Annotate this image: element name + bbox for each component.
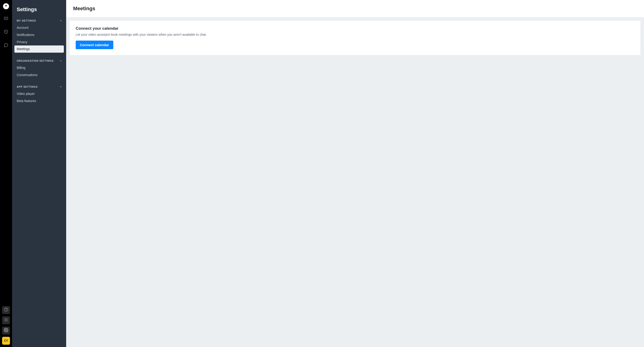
app-rail: CY xyxy=(0,0,12,347)
nav-item-label: Billing xyxy=(17,66,25,70)
section-label: MY SETTINGS xyxy=(17,19,36,22)
nav-item-label: Video player xyxy=(17,92,35,96)
nav-video[interactable] xyxy=(2,15,10,23)
nav-item-video-player[interactable]: Video player xyxy=(14,90,64,97)
svg-rect-8 xyxy=(7,320,8,320)
main-header: Meetings xyxy=(66,0,644,17)
nav-history[interactable] xyxy=(2,28,10,36)
section-label: APP SETTINGS xyxy=(17,85,38,88)
button-label: Connect calendar xyxy=(80,43,109,47)
section-label: ORGANIZATION SETTINGS xyxy=(17,59,54,62)
nav-item-privacy[interactable]: Privacy xyxy=(14,38,64,46)
main-body: Connect your calendar Let your video ass… xyxy=(66,17,644,59)
history-icon xyxy=(4,29,8,35)
svg-rect-9 xyxy=(5,321,5,321)
avatar-initials: CY xyxy=(4,339,8,342)
svg-rect-5 xyxy=(7,319,8,319)
rail-bottom: CY xyxy=(2,306,10,347)
nav-item-label: Account xyxy=(17,26,28,29)
section-items: Video player Beta features xyxy=(12,90,66,105)
nav-item-label: Meetings xyxy=(17,47,30,51)
section-app-settings: APP SETTINGS Video player Beta features xyxy=(12,85,66,105)
page-title: Meetings xyxy=(73,5,637,11)
svg-rect-11 xyxy=(7,321,8,321)
chevron-down-icon xyxy=(59,19,62,22)
section-header-app-settings[interactable]: APP SETTINGS xyxy=(12,85,66,90)
apps-grid-icon xyxy=(4,318,8,323)
nav-item-notifications[interactable]: Notifications xyxy=(14,31,64,38)
nav-help[interactable] xyxy=(2,306,10,314)
connect-calendar-button[interactable]: Connect calendar xyxy=(76,40,113,49)
chat-icon xyxy=(4,43,8,48)
nav-item-label: Conversations xyxy=(17,73,38,77)
settings-sidebar: Settings MY SETTINGS Account Notificatio… xyxy=(12,0,66,347)
nav-chat[interactable] xyxy=(2,42,10,50)
section-items: Account Notifications Privacy Meetings xyxy=(12,24,66,53)
card-title: Connect your calendar xyxy=(76,26,634,31)
section-header-organization-settings[interactable]: ORGANIZATION SETTINGS xyxy=(12,59,66,64)
nav-item-meetings[interactable]: Meetings xyxy=(14,45,64,53)
bolt-icon xyxy=(4,4,8,8)
svg-rect-4 xyxy=(6,319,6,319)
nav-item-billing[interactable]: Billing xyxy=(14,64,64,71)
section-organization-settings: ORGANIZATION SETTINGS Billing Conversati… xyxy=(12,59,66,79)
section-header-my-settings[interactable]: MY SETTINGS xyxy=(12,19,66,24)
sidebar-title: Settings xyxy=(12,6,66,19)
nav-item-beta-features[interactable]: Beta features xyxy=(14,97,64,105)
svg-rect-7 xyxy=(6,320,6,320)
section-items: Billing Conversations xyxy=(12,64,66,79)
svg-point-12 xyxy=(6,330,7,331)
nav-settings[interactable] xyxy=(2,327,10,335)
help-icon xyxy=(4,307,8,313)
svg-rect-6 xyxy=(5,320,5,320)
video-play-icon xyxy=(4,16,8,21)
nav-item-label: Notifications xyxy=(17,33,34,37)
chevron-down-icon xyxy=(59,59,62,62)
nav-item-conversations[interactable]: Conversations xyxy=(14,71,64,79)
nav-item-label: Privacy xyxy=(17,40,28,44)
main-content: Meetings Connect your calendar Let your … xyxy=(66,0,644,347)
svg-rect-10 xyxy=(6,321,6,321)
card-description: Let your video assistant book meetings w… xyxy=(76,33,634,36)
nav-apps[interactable] xyxy=(2,316,10,324)
connect-calendar-card: Connect your calendar Let your video ass… xyxy=(70,20,641,55)
gear-icon xyxy=(4,328,8,333)
user-avatar[interactable]: CY xyxy=(2,337,10,345)
nav-item-label: Beta features xyxy=(17,99,36,103)
nav-item-account[interactable]: Account xyxy=(14,24,64,31)
section-my-settings: MY SETTINGS Account Notifications Privac… xyxy=(12,19,66,53)
rail-top xyxy=(2,3,10,50)
app-logo[interactable] xyxy=(3,3,9,9)
svg-rect-3 xyxy=(5,319,5,319)
chevron-down-icon xyxy=(59,85,62,88)
svg-point-2 xyxy=(6,311,6,311)
